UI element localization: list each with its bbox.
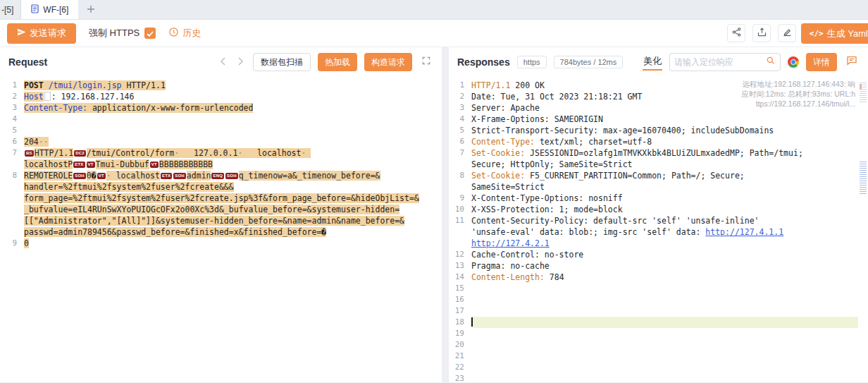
request-title: Request: [8, 56, 47, 68]
share-icon: [731, 27, 742, 40]
force-https-checkbox[interactable]: [144, 28, 156, 39]
response-line[interactable]: 12Cache-Control: no-store: [449, 249, 868, 260]
export-icon: [757, 27, 767, 40]
line-content: Server: Apache: [471, 102, 868, 114]
fullscreen-button[interactable]: [419, 56, 433, 68]
request-editor[interactable]: 1POST /tmui/login.jsp HTTP/1.12Host: 192…: [0, 77, 442, 382]
main-split: Request 数据包扫描 热加载 构造请求: [0, 47, 868, 382]
code-text: 200 OK: [510, 80, 544, 90]
history-button[interactable]: 历史: [168, 27, 201, 39]
request-path: /tmui/login.jsp: [49, 80, 122, 90]
line-number: 6: [0, 136, 24, 147]
url-link[interactable]: http://127.4.2.1: [471, 238, 550, 248]
new-tab-button[interactable]: [78, 0, 104, 19]
response-search-input[interactable]: [674, 57, 766, 67]
request-line[interactable]: 2Host: 192.168.127.146: [0, 91, 442, 102]
response-line[interactable]: 8Set-Cookie: F5_CURRENT_PARTITION=Common…: [449, 170, 868, 193]
request-line[interactable]: 5: [0, 125, 442, 136]
search-icon[interactable]: [766, 56, 776, 68]
header-key: Content-Type:: [471, 137, 535, 147]
line-content: Set-Cookie: F5_CURRENT_PARTITION=Common;…: [471, 170, 868, 193]
line-content: Content-Type: text/xml; charset=utf-8: [471, 136, 868, 147]
line-number: 5: [449, 125, 471, 136]
response-line[interactable]: 2Date: Tue, 31 Oct 2023 21:18:21 GMT: [449, 91, 868, 102]
response-line[interactable]: 20: [449, 339, 868, 351]
line-number: 7: [449, 147, 471, 159]
line-content: HTTP/1.1 200 OK: [471, 80, 868, 91]
url-link[interactable]: http://127.4.1.1: [705, 227, 783, 237]
send-request-button[interactable]: 发送请求: [7, 23, 76, 44]
force-https-label: 强制 HTTPS: [89, 27, 140, 39]
line-content: Strict-Transport-Security: max-age=16070…: [471, 125, 868, 136]
request-line[interactable]: 1POST /tmui/login.jsp HTTP/1.1: [0, 80, 442, 91]
response-line[interactable]: 11Content-Security-Policy: default-src '…: [449, 215, 868, 249]
request-line[interactable]: 3Content-Type: application/x-www-form-ur…: [0, 102, 442, 114]
tab-active[interactable]: WF-[6]: [21, 0, 78, 19]
highlighted-text: 0: [24, 238, 29, 248]
header-key: Content-Length:: [471, 272, 545, 282]
response-editor[interactable]: 1HTTP/1.1 200 OK2Date: Tue, 31 Oct 2023 …: [449, 77, 868, 382]
edit-button[interactable]: [778, 24, 796, 42]
line-content: X-Frame-Options: SAMEORIGIN: [471, 114, 868, 125]
open-in-browser-icon[interactable]: [788, 56, 799, 68]
response-line[interactable]: 21: [449, 351, 868, 362]
webfuzzer-window: -[5] WF-[6] 发送请求 强制 HTTPS: [0, 0, 868, 383]
construct-request-button[interactable]: 构造请求: [364, 53, 412, 71]
force-https-toggle[interactable]: 强制 HTTPS: [89, 27, 156, 39]
request-line[interactable]: 7BSHTTP/1.1DC2/tmui/Control/form· 127.0.…: [0, 147, 442, 170]
http-method: POST: [24, 80, 44, 90]
line-content: BSHTTP/1.1DC2/tmui/Control/form· 127.0.0…: [24, 147, 442, 170]
response-line[interactable]: 22: [449, 362, 868, 373]
code-text: Content-Security-Policy: default-src 'se…: [471, 216, 760, 226]
line-content: Content-Type: application/x-www-form-url…: [24, 102, 442, 114]
minimap[interactable]: [858, 77, 868, 382]
export-button[interactable]: [752, 24, 771, 42]
share-button[interactable]: [727, 24, 745, 42]
line-number: 2: [449, 91, 471, 102]
tab-previous[interactable]: -[5]: [0, 0, 21, 19]
highlighted-text: application/x-www-form-urlencoded: [87, 103, 253, 113]
response-line[interactable]: 4X-Frame-Options: SAMEORIGIN: [449, 114, 868, 125]
response-line[interactable]: 19: [449, 328, 868, 339]
response-line[interactable]: 6Content-Type: text/xml; charset=utf-8: [449, 136, 868, 147]
response-line[interactable]: 15: [449, 283, 868, 294]
response-line[interactable]: 17: [449, 305, 868, 317]
line-number: 1: [449, 80, 471, 91]
comment-button[interactable]: [844, 55, 860, 69]
line-content: POST /tmui/login.jsp HTTP/1.1: [24, 80, 442, 91]
line-number: 9: [449, 193, 471, 204]
text-cursor: [471, 317, 473, 327]
panel-splitter[interactable]: [442, 47, 449, 382]
whitespace-dots: ·: [301, 148, 311, 158]
response-line[interactable]: 18: [449, 317, 868, 328]
line-content: Content-Security-Policy: default-src 'se…: [471, 215, 868, 249]
hot-reload-button[interactable]: 热加载: [318, 53, 357, 71]
request-line[interactable]: 6204··: [0, 136, 442, 147]
response-lines: 1HTTP/1.1 200 OK2Date: Tue, 31 Oct 2023 …: [449, 80, 868, 382]
prev-page-button[interactable]: [218, 56, 228, 68]
response-line[interactable]: 14Content-Length: 784: [449, 272, 868, 283]
detail-button[interactable]: 详情: [806, 53, 837, 71]
code-text: Server: Apache: [471, 103, 540, 113]
response-line[interactable]: 7Set-Cookie: JSESSIONID=ozlafg1mTMVKXkbk…: [449, 147, 868, 170]
response-line[interactable]: 9X-Content-Type-Options: nosniff: [449, 193, 868, 204]
response-search: [669, 53, 781, 71]
highlighted-text: localhost: [257, 148, 301, 158]
code-text: Strict-Transport-Security: max-age=16070…: [471, 126, 774, 135]
response-line[interactable]: 1HTTP/1.1 200 OK: [449, 80, 868, 91]
next-page-button[interactable]: [235, 56, 246, 68]
generate-yaml-button[interactable]: </> 生成 Yaml: [801, 23, 868, 44]
highlighted-text: 204: [24, 137, 39, 147]
response-line[interactable]: 5Strict-Transport-Security: max-age=1607…: [449, 125, 868, 136]
request-line[interactable]: 4: [0, 114, 442, 125]
response-line[interactable]: 3Server: Apache: [449, 102, 868, 114]
response-line[interactable]: 16: [449, 294, 868, 305]
request-line[interactable]: 8REMOTEROLESOH0�VT· localhostETXSOHadmin…: [0, 170, 442, 238]
beautify-button[interactable]: 美化: [643, 54, 662, 71]
comment-icon: [846, 55, 857, 69]
request-line[interactable]: 90: [0, 238, 442, 249]
packet-scan-button[interactable]: 数据包扫描: [253, 53, 311, 71]
response-line[interactable]: 10X-XSS-Protection: 1; mode=block: [449, 204, 868, 215]
response-line[interactable]: 13Pragma: no-cache: [449, 260, 868, 272]
response-line[interactable]: 23: [449, 373, 868, 382]
